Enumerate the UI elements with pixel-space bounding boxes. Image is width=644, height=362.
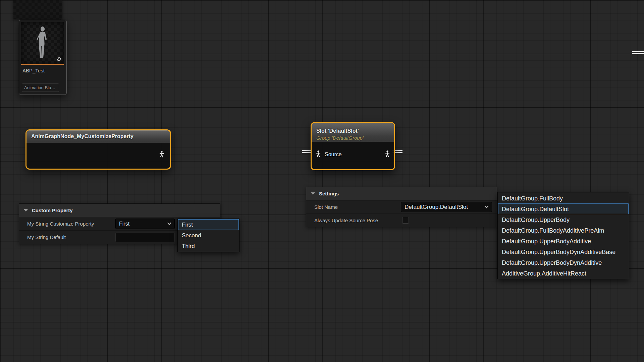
slot-name-combobox[interactable]: DefaultGroup.DefaultSlot [401,202,492,212]
chevron-down-icon [484,205,489,208]
dropdown-option[interactable]: DefaultGroup.FullBodyAdditivePreAim [498,225,629,236]
node-animgraphnode-mycustomizeproperty[interactable]: AnimGraphNode_MyCustomizeProperty [25,129,171,170]
asset-type-colorbar [21,64,64,65]
node-title: AnimGraphNode_MyCustomizeProperty [31,130,165,142]
my-string-default-input[interactable] [115,233,175,242]
property-label: Slot Name [306,204,338,210]
always-update-source-pose-checkbox[interactable] [402,217,409,224]
dropdown-option[interactable]: DefaultGroup.UpperBodyAdditive [498,236,629,246]
chevron-down-icon [167,222,171,225]
dropdown-option[interactable]: Third [178,241,239,251]
dropdown-option[interactable]: DefaultGroup.UpperBodyDynAdditiveBase [498,246,629,257]
node-subtitle: Group 'DefaultGroup' [316,135,389,141]
asset-thumbnail [21,22,64,64]
pose-wire-left-bottom[interactable] [302,152,311,153]
pose-output-pin-icon[interactable] [158,150,165,159]
property-label: Always Update Source Pose [306,218,378,223]
node-header[interactable]: Slot 'DefaultSlot' Group 'DefaultGroup' [312,123,394,142]
dropdown-option[interactable]: AdditiveGroup.AdditiveHitReact [498,268,629,279]
pose-wire-edge-top[interactable] [632,51,644,52]
dropdown-option[interactable]: DefaultGroup.DefaultSlot [498,203,629,214]
slot-name-dropdown-menu: DefaultGroup.FullBody DefaultGroup.Defau… [497,192,629,279]
my-string-customize-combobox[interactable]: First [115,219,175,229]
settings-panel: Settings Slot Name DefaultGroup.DefaultS… [306,187,497,227]
pose-output-pin-icon[interactable] [384,150,391,159]
blueprint-graph-canvas[interactable]: ABP_Test Animation Blue… AnimGraphNode_M… [0,0,644,362]
string-customize-dropdown-menu: First Second Third [177,219,239,252]
expand-arrow-icon[interactable] [24,209,28,212]
property-label: My String Customize Property [19,221,94,227]
combo-value: First [119,221,129,227]
dropdown-option[interactable]: DefaultGroup.UpperBodyDynAdditive [498,257,629,268]
mannequin-icon [34,26,51,61]
asset-type-label: Animation Blue… [22,83,59,92]
node-body [26,143,170,167]
pose-wire-left-top[interactable] [302,150,311,151]
asset-title: ABP_Test [22,68,63,73]
asset-card-abp-test[interactable]: ABP_Test Animation Blue… [19,20,67,95]
pose-wire-edge-bottom[interactable] [632,53,644,54]
dropdown-option[interactable]: Second [178,230,239,241]
property-label: My String Default [19,234,66,240]
dropdown-option[interactable]: First [178,219,239,230]
source-pin-label: Source [325,152,342,158]
property-row-always-update-source-pose: Always Update Source Pose [306,214,497,227]
scribble-icon [56,56,63,63]
node-header[interactable]: AnimGraphNode_MyCustomizeProperty [26,130,170,143]
node-body: Source [312,142,394,167]
category-header-settings[interactable]: Settings [306,187,497,200]
category-header-custom-property[interactable]: Custom Property [19,204,220,217]
category-label: Settings [319,191,339,196]
combo-value: DefaultGroup.DefaultSlot [405,204,468,210]
dropdown-option[interactable]: DefaultGroup.UpperBody [498,214,629,225]
property-row-slot-name: Slot Name DefaultGroup.DefaultSlot [306,200,497,214]
dropdown-option[interactable]: DefaultGroup.FullBody [498,193,629,203]
node-slot-defaultslot[interactable]: Slot 'DefaultSlot' Group 'DefaultGroup' … [311,122,395,170]
source-input-pin-icon[interactable] [315,150,322,159]
asset-tile-cutoff [13,0,62,19]
category-label: Custom Property [32,207,73,213]
expand-arrow-icon[interactable] [311,192,315,195]
